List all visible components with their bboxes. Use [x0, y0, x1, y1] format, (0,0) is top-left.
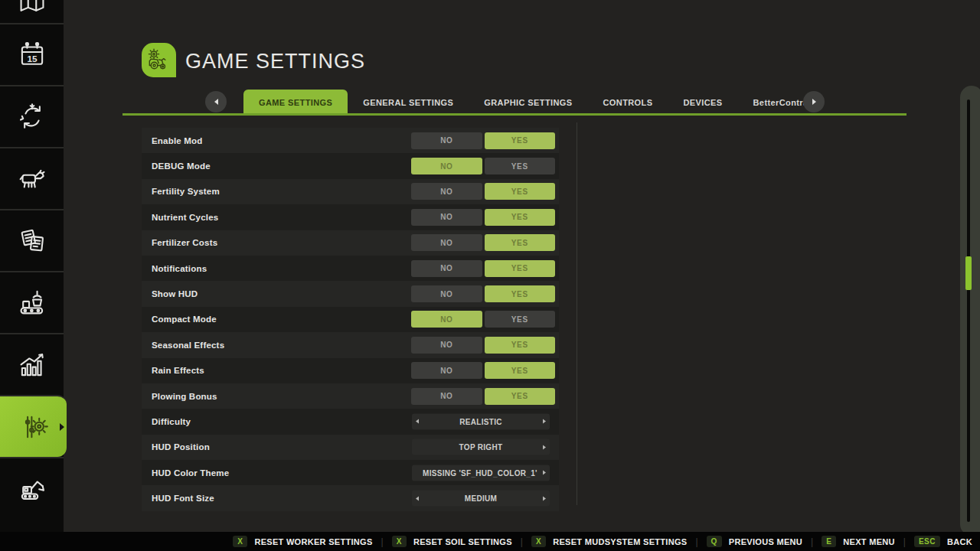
scrollbar-thumb[interactable]: [965, 256, 972, 290]
toggle-no-button[interactable]: NO: [411, 158, 482, 174]
scrollbar-track: [967, 99, 970, 522]
toggle-control: NOYES: [411, 158, 555, 174]
footer-action-previous-menu[interactable]: QPREVIOUS MENU: [707, 536, 802, 547]
footer-separator: |: [381, 536, 384, 547]
sidebar-item-map[interactable]: [0, 0, 64, 23]
select-value: REALISTIC: [423, 417, 539, 425]
select-next-arrow-icon[interactable]: [539, 419, 550, 424]
footer-action-back[interactable]: ESCBACK: [914, 536, 972, 547]
footer-action-label: RESET WORKER SETTINGS: [254, 537, 372, 546]
toggle-no-button[interactable]: NO: [411, 183, 482, 200]
footer-action-reset-soil-settings[interactable]: XRESET SOIL SETTINGS: [392, 536, 512, 547]
select-control[interactable]: MISSING 'SF_HUD_COLOR_1' L..: [412, 465, 550, 481]
toggle-no-button[interactable]: NO: [411, 285, 482, 302]
tab-game-settings[interactable]: GAME SETTINGS: [243, 90, 348, 116]
toggle-yes-button[interactable]: YES: [485, 362, 556, 379]
tabs-next-button[interactable]: [803, 91, 825, 112]
toggle-no-button[interactable]: NO: [411, 209, 482, 226]
game-settings-screen: 15 GAME SETTINGS GAME SETTINGSGENERAL SE…: [0, 0, 980, 551]
select-control[interactable]: MEDIUM: [412, 491, 550, 507]
toggle-yes-button[interactable]: YES: [485, 285, 556, 302]
toggle-control: NOYES: [411, 260, 555, 277]
toggle-no-button[interactable]: NO: [411, 388, 482, 405]
tabs-prev-button[interactable]: [205, 91, 227, 112]
toggle-yes-button[interactable]: YES: [485, 132, 556, 149]
footer-action-next-menu[interactable]: ENEXT MENU: [822, 536, 895, 547]
setting-label: Fertility System: [142, 187, 220, 196]
setting-row: Show HUDNOYES: [142, 281, 559, 306]
setting-label: Notifications: [142, 264, 207, 273]
toggle-no-button[interactable]: NO: [411, 260, 482, 277]
toggle-yes-button[interactable]: YES: [485, 337, 556, 354]
map-icon: [16, 0, 48, 18]
select-next-arrow-icon[interactable]: [539, 471, 550, 475]
tab-general-settings[interactable]: GENERAL SETTINGS: [348, 90, 469, 116]
toggle-no-button[interactable]: NO: [411, 234, 482, 251]
select-prev-arrow-icon[interactable]: [412, 496, 423, 500]
toggle-yes-button[interactable]: YES: [485, 311, 556, 328]
footer-action-reset-mudsystem-settings[interactable]: XRESET MUDSYSTEM SETTINGS: [531, 536, 687, 547]
documents-icon: [16, 225, 48, 257]
toggle-yes-button[interactable]: YES: [485, 183, 556, 200]
sidebar-item-statistics[interactable]: [0, 333, 64, 395]
sidebar-item-construction[interactable]: [0, 457, 64, 519]
crop-rotation-icon: [16, 101, 48, 133]
footer-keybar: XRESET WORKER SETTINGS|XRESET SOIL SETTI…: [0, 532, 980, 551]
select-control[interactable]: TOP RIGHT: [412, 439, 550, 455]
toggle-yes-button[interactable]: YES: [485, 260, 556, 277]
bar-chart-icon: [16, 349, 48, 381]
setting-row: Seasonal EffectsNOYES: [142, 332, 559, 357]
documents-icon: [16, 225, 48, 257]
setting-row: Compact ModeNOYES: [142, 307, 559, 332]
select-next-arrow-icon[interactable]: [539, 496, 550, 500]
toggle-no-button[interactable]: NO: [411, 362, 482, 379]
footer-action-reset-worker-settings[interactable]: XRESET WORKER SETTINGS: [233, 536, 372, 547]
settings-list: Enable ModNOYESDEBUG ModeNOYESFertility …: [142, 128, 559, 511]
crop-rotation-icon: [16, 101, 48, 133]
key-badge: Q: [707, 536, 722, 547]
setting-label: Nutrient Cycles: [142, 213, 218, 222]
svg-text:15: 15: [27, 53, 38, 64]
toggle-yes-button[interactable]: YES: [485, 209, 556, 226]
tractor-gear-icon: [145, 46, 173, 74]
select-control[interactable]: REALISTIC: [412, 413, 550, 429]
tab-controls[interactable]: CONTROLS: [588, 90, 668, 116]
footer-separator: |: [521, 536, 523, 547]
toggle-yes-button[interactable]: YES: [485, 388, 556, 405]
left-arrow-icon: [214, 99, 218, 105]
right-arrow-icon: [812, 99, 816, 105]
toggle-no-button[interactable]: NO: [411, 132, 482, 149]
select-value: MEDIUM: [423, 494, 539, 503]
footer-action-label: RESET MUDSYSTEM SETTINGS: [553, 537, 687, 546]
toggle-yes-button[interactable]: YES: [485, 158, 556, 174]
sidebar-item-animals[interactable]: [0, 147, 64, 209]
sidebar-item-calendar[interactable]: 15: [0, 23, 64, 85]
sidebar-item-contracts[interactable]: [0, 209, 64, 271]
scrollbar[interactable]: [960, 86, 980, 536]
toggle-yes-button[interactable]: YES: [485, 234, 556, 251]
setting-label: DEBUG Mode: [142, 161, 211, 171]
sidebar-item-crop-rotation[interactable]: [0, 85, 64, 147]
toggle-no-button[interactable]: NO: [411, 337, 482, 354]
select-next-arrow-icon[interactable]: [539, 445, 550, 449]
setting-row: Fertilizer CostsNOYES: [142, 230, 559, 256]
tab-devices[interactable]: DEVICES: [668, 90, 737, 116]
toggle-control: NOYES: [411, 311, 555, 328]
setting-row: NotificationsNOYES: [142, 256, 559, 281]
sidebar-item-settings[interactable]: [0, 395, 67, 457]
toggle-no-button[interactable]: NO: [411, 311, 482, 328]
excavator-icon: [16, 473, 48, 505]
toggle-control: NOYES: [411, 362, 555, 379]
setting-label: Difficulty: [142, 417, 191, 426]
tab-graphic-settings[interactable]: GRAPHIC SETTINGS: [469, 90, 587, 116]
select-prev-arrow-icon[interactable]: [412, 419, 423, 424]
content-divider: [577, 122, 577, 505]
cow-icon: [16, 163, 48, 195]
footer-action-label: PREVIOUS MENU: [729, 537, 802, 546]
setting-label: HUD Color Theme: [142, 468, 229, 478]
setting-row: HUD Color ThemeMISSING 'SF_HUD_COLOR_1' …: [142, 460, 559, 485]
select-value: MISSING 'SF_HUD_COLOR_1' L..: [423, 468, 539, 477]
toggle-control: NOYES: [411, 132, 555, 149]
sidebar-item-production[interactable]: [0, 271, 64, 333]
sidebar: 15: [0, 0, 64, 532]
